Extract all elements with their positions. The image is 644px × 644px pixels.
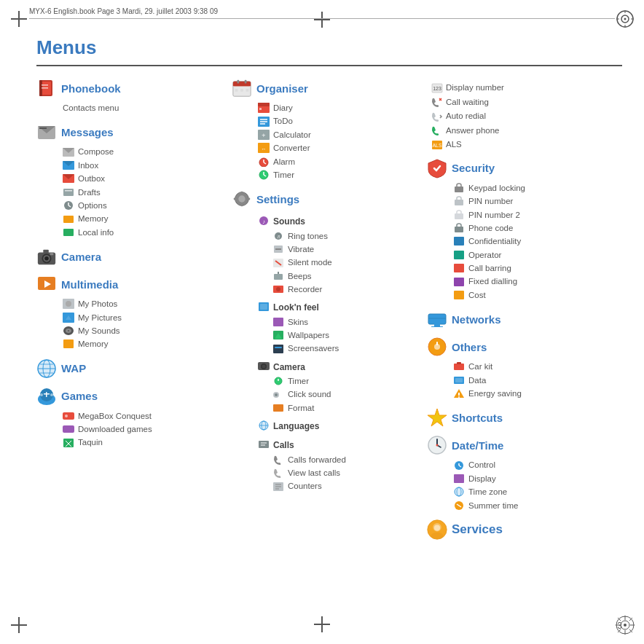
- title-underline: [36, 65, 622, 66]
- page-number: 3: [617, 621, 622, 631]
- item-diary: Diary: [273, 101, 293, 114]
- security-header: Security: [427, 158, 615, 178]
- item-calls-forwarded: Calls forwarded: [288, 453, 346, 466]
- item-ring-tones: Ring tones: [288, 229, 328, 243]
- svg-point-124: [262, 365, 266, 369]
- item-contacts-menu: Contacts menu: [63, 101, 119, 114]
- phonebook-icon: [36, 78, 57, 98]
- page-title: Menus: [36, 36, 622, 59]
- settings-icon: [232, 189, 252, 209]
- list-item: Counters: [272, 479, 420, 492]
- svg-rect-156: [431, 326, 443, 327]
- list-item: Taquin: [63, 436, 224, 449]
- item-downloaded-games: Downloaded games: [78, 423, 152, 436]
- svg-rect-25: [39, 127, 47, 129]
- services-header: Services: [427, 519, 615, 540]
- svg-rect-153: [428, 314, 446, 324]
- item-my-photos: My Photos: [78, 297, 117, 310]
- item-my-pictures: My Pictures: [78, 311, 122, 324]
- call-top-items: 123 Display number Call waiting Auto red…: [427, 81, 615, 152]
- svg-rect-175: [454, 474, 464, 483]
- item-beeps: Beeps: [288, 270, 312, 283]
- list-item: My Photos: [63, 297, 224, 310]
- svg-point-2: [624, 18, 627, 20]
- svg-rect-145: [455, 200, 463, 205]
- item-pin-number-2: PIN number 2: [468, 208, 520, 221]
- item-car-kit: Car kit: [468, 360, 492, 373]
- svg-point-64: [40, 393, 43, 396]
- messages-title: Messages: [61, 126, 114, 138]
- list-item: Format: [272, 401, 420, 415]
- datetime-icon: [427, 435, 447, 455]
- item-compose: Compose: [78, 145, 114, 158]
- item-todo: ToDo: [273, 114, 293, 127]
- multimedia-title: Multimedia: [61, 278, 118, 291]
- item-alarm: Alarm: [273, 155, 295, 168]
- list-item: ♬ Ring tones: [272, 229, 420, 243]
- games-title: Games: [61, 390, 98, 402]
- svg-rect-116: [260, 304, 267, 310]
- games-items: MegaBox Conquest Downloaded games Taquin: [36, 409, 224, 449]
- list-item: Confidentiality: [453, 235, 615, 248]
- item-taquin: Taquin: [78, 436, 103, 449]
- item-recorder: Recorder: [288, 283, 322, 296]
- list-item: ↔ Converter: [258, 141, 420, 154]
- svg-rect-163: [455, 378, 463, 382]
- item-my-sounds: My Sounds: [78, 324, 120, 337]
- svg-rect-120: [273, 345, 283, 353]
- list-item: My Pictures: [63, 311, 224, 324]
- list-item: Screensavers: [272, 342, 420, 355]
- looknfeel-title: Look'n feel: [273, 301, 319, 315]
- svg-text:♪: ♪: [262, 219, 265, 225]
- corner-decoration-tr: [615, 9, 635, 29]
- list-item: Time zone: [453, 485, 615, 498]
- svg-rect-78: [240, 89, 243, 92]
- item-outbox: Outbox: [78, 172, 105, 185]
- multimedia-items: My Photos My Pictures My Sounds Memory: [36, 297, 224, 351]
- item-options: Options: [78, 199, 107, 212]
- section-settings: Settings ♪ Sounds ♬ Ring tones: [232, 189, 420, 492]
- svg-rect-144: [455, 186, 463, 192]
- svg-rect-146: [455, 213, 463, 219]
- svg-rect-37: [63, 216, 74, 223]
- section-services: Services: [427, 519, 615, 540]
- list-item: Diary: [258, 101, 420, 114]
- item-skins: Skins: [288, 315, 308, 329]
- svg-point-53: [68, 330, 69, 331]
- svg-rect-147: [455, 227, 463, 232]
- svg-rect-101: [234, 198, 237, 200]
- list-item: Keypad locking: [453, 181, 615, 195]
- sounds-items: ♬ Ring tones Vibrate Silent mode: [258, 229, 420, 297]
- datetime-title: Date/Time: [452, 439, 503, 452]
- item-drafts: Drafts: [78, 186, 101, 199]
- svg-rect-75: [237, 80, 239, 84]
- item-operator: Operator: [468, 248, 501, 262]
- security-title: Security: [452, 162, 495, 174]
- svg-rect-79: [246, 89, 249, 92]
- item-timer: Timer: [273, 168, 294, 181]
- list-item: PIN number 2: [453, 208, 615, 221]
- settings-items: ♪ Sounds ♬ Ring tones Vibrate: [232, 212, 420, 492]
- section-organiser: Organiser Diary ToDo + Calculator: [232, 78, 420, 181]
- phonebook-items: Contacts menu: [36, 101, 224, 114]
- item-pin-number: PIN number: [468, 195, 513, 208]
- columns-container: Phonebook Contacts menu: [36, 78, 622, 547]
- list-item: Beeps: [272, 270, 420, 283]
- organiser-header: Organiser: [232, 78, 420, 98]
- games-icon: [36, 386, 57, 407]
- organiser-title: Organiser: [256, 82, 308, 95]
- others-title: Others: [452, 341, 487, 353]
- item-click-sound: Click sound: [288, 388, 331, 401]
- wap-header: WAP: [36, 358, 224, 379]
- svg-rect-81: [258, 103, 270, 106]
- item-keypad-locking: Keypad locking: [468, 181, 525, 195]
- list-item: Camera: [258, 358, 420, 374]
- list-item: Vibrate: [272, 243, 420, 256]
- svg-rect-33: [65, 190, 72, 192]
- svg-rect-117: [273, 318, 283, 326]
- item-inbox: Inbox: [78, 159, 98, 172]
- multimedia-icon: [36, 274, 57, 294]
- svg-text:ALS: ALS: [432, 143, 442, 148]
- svg-rect-160: [454, 364, 464, 370]
- list-item: Calls: [258, 436, 420, 452]
